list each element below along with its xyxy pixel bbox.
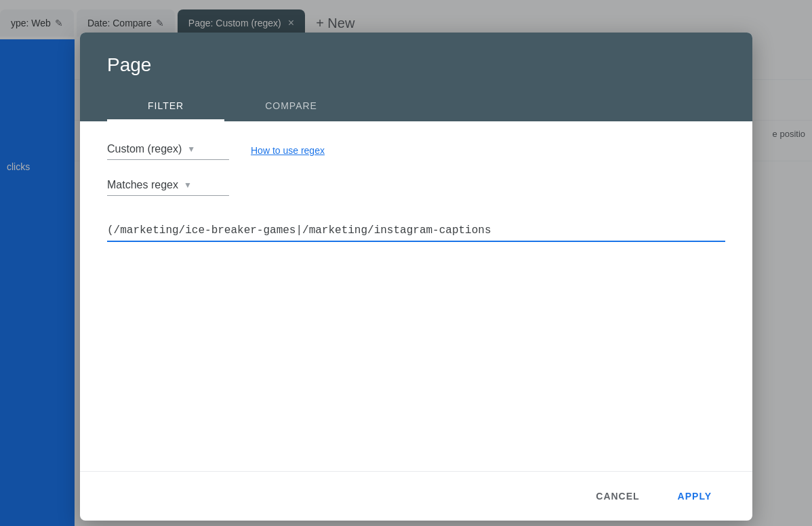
regex-input-wrapper bbox=[107, 220, 725, 242]
dropdown-arrow-icon: ▼ bbox=[187, 144, 195, 154]
modal-title: Page bbox=[107, 54, 725, 76]
modal-footer: CANCEL APPLY bbox=[80, 471, 752, 521]
condition-value: Matches regex ▼ bbox=[107, 179, 229, 191]
matches-row: Matches regex ▼ bbox=[107, 179, 725, 196]
tab-compare[interactable]: COMPARE bbox=[224, 92, 358, 121]
regex-input[interactable] bbox=[107, 220, 725, 242]
filter-type-text: Custom (regex) bbox=[107, 143, 182, 155]
condition-dropdown[interactable]: Matches regex ▼ bbox=[107, 179, 229, 196]
filter-type-value: Custom (regex) ▼ bbox=[107, 143, 229, 155]
condition-text: Matches regex bbox=[107, 179, 178, 191]
condition-arrow-icon: ▼ bbox=[184, 180, 192, 190]
modal-body: Custom (regex) ▼ How to use regex Matche… bbox=[80, 121, 752, 471]
modal-dialog: Page FILTER COMPARE Custom (regex) ▼ How… bbox=[80, 33, 752, 521]
cancel-button[interactable]: CANCEL bbox=[582, 483, 653, 510]
apply-button[interactable]: APPLY bbox=[664, 483, 725, 510]
tab-filter[interactable]: FILTER bbox=[107, 92, 224, 121]
modal-tabs[interactable]: FILTER COMPARE bbox=[107, 92, 725, 121]
filter-type-dropdown[interactable]: Custom (regex) ▼ bbox=[107, 143, 229, 160]
how-to-regex-link[interactable]: How to use regex bbox=[251, 145, 325, 156]
modal-header: Page FILTER COMPARE bbox=[80, 33, 752, 121]
filter-type-row: Custom (regex) ▼ How to use regex bbox=[107, 143, 725, 160]
